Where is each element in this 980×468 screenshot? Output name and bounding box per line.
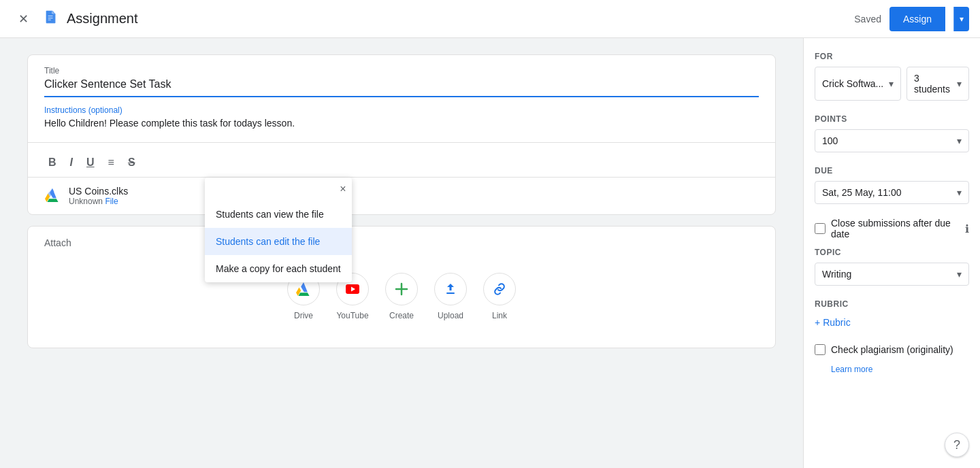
- due-value: Sat, 25 May, 11:00: [822, 187, 901, 198]
- close-icon: ✕: [18, 12, 29, 27]
- points-section: Points 100 ▾: [815, 114, 969, 152]
- create-label: Create: [389, 311, 414, 320]
- dropdown-option-edit[interactable]: Students can edit the file: [205, 228, 352, 255]
- close-submissions-row: Close submissions after due date ℹ: [815, 218, 969, 239]
- help-button[interactable]: ?: [945, 433, 969, 457]
- add-rubric-icon: +: [815, 317, 820, 328]
- close-submissions-checkbox[interactable]: [815, 223, 826, 234]
- due-select[interactable]: Sat, 25 May, 11:00 ▾: [815, 181, 969, 204]
- students-select[interactable]: 3 students ▾: [906, 67, 969, 101]
- for-row: Crick Softwa... ▾ 3 students ▾: [815, 67, 969, 101]
- due-label: Due: [815, 166, 969, 176]
- plagiarism-checkbox[interactable]: [815, 344, 826, 355]
- topic-value: Writing: [822, 269, 851, 280]
- info-icon[interactable]: ℹ: [965, 222, 969, 235]
- saved-status: Saved: [854, 14, 881, 24]
- attach-options: Drive YouTube: [44, 262, 759, 331]
- file-info: US Coins.clks Unknown File: [69, 186, 128, 206]
- underline-button[interactable]: U: [82, 154, 99, 171]
- attach-upload[interactable]: Upload: [434, 273, 467, 320]
- add-rubric-button[interactable]: + Rubric: [815, 314, 969, 331]
- link-label: Link: [492, 311, 507, 320]
- close-button[interactable]: ✕: [11, 7, 35, 31]
- attach-label: Attach: [44, 237, 759, 248]
- dropdown-header: ×: [205, 178, 352, 201]
- svg-rect-3: [48, 20, 51, 20]
- file-item: US Coins.clks Unknown File × Students ca…: [28, 177, 775, 214]
- file-type-link[interactable]: File: [105, 197, 118, 206]
- upload-label: Upload: [438, 311, 463, 320]
- link-icon-circle: [483, 273, 516, 305]
- topic-label: Topic: [815, 248, 969, 257]
- file-name: US Coins.clks: [69, 186, 128, 197]
- page-title: Assignment: [67, 11, 138, 27]
- dropdown-close-icon: ×: [340, 183, 346, 195]
- content-area: Title Instructions (optional) Hello Chil…: [0, 38, 803, 468]
- instructions-content: Hello Children! Please complete this tas…: [44, 118, 295, 129]
- points-dropdown-icon: ▾: [957, 135, 962, 146]
- dropdown-option-copy[interactable]: Make a copy for each student: [205, 255, 352, 282]
- for-section: For Crick Softwa... ▾ 3 students ▾: [815, 52, 969, 101]
- assign-dropdown-button[interactable]: ▾: [953, 7, 969, 31]
- close-submissions-label: Close submissions after due date: [831, 218, 960, 239]
- file-type: Unknown File: [69, 197, 128, 206]
- drive-label: Drive: [294, 311, 313, 320]
- class-value: Crick Softwa...: [822, 78, 883, 89]
- header-right: Saved Assign ▾: [854, 7, 969, 31]
- divider-1: [28, 142, 775, 143]
- file-permission-dropdown: × Students can view the file Students ca…: [205, 178, 352, 282]
- header-left: ✕ Assignment: [11, 7, 854, 31]
- file-type-prefix: Unknown: [69, 197, 105, 206]
- sidebar: For Crick Softwa... ▾ 3 students ▾ Point…: [803, 38, 980, 468]
- bold-button[interactable]: B: [44, 154, 61, 171]
- dropdown-close-button[interactable]: ×: [337, 180, 348, 198]
- help-icon: ?: [953, 438, 960, 452]
- points-value: 100: [822, 135, 838, 146]
- rubric-label: Rubric: [815, 299, 969, 309]
- create-icon-circle: [385, 273, 418, 305]
- title-label: Title: [44, 66, 759, 76]
- topic-dropdown-icon: ▾: [957, 269, 962, 280]
- header: ✕ Assignment Saved Assign ▾: [0, 0, 980, 38]
- svg-rect-2: [48, 18, 52, 18]
- instructions-text[interactable]: Hello Children! Please complete this tas…: [44, 118, 759, 129]
- assign-button[interactable]: Assign: [889, 7, 945, 31]
- learn-more-link[interactable]: Learn more: [831, 365, 872, 374]
- file-drive-icon: [44, 187, 61, 205]
- formatting-toolbar: B I U ≡ S: [28, 148, 775, 177]
- due-section: Due Sat, 25 May, 11:00 ▾: [815, 166, 969, 204]
- students-value: 3 students: [914, 73, 957, 95]
- plagiarism-section: Check plagiarism (originality) Learn mor…: [815, 344, 969, 374]
- strikethrough-button[interactable]: S: [124, 154, 140, 171]
- class-select[interactable]: Crick Softwa... ▾: [815, 67, 901, 101]
- due-dropdown-icon: ▾: [957, 187, 962, 198]
- doc-icon: [44, 10, 59, 28]
- youtube-label: YouTube: [336, 311, 368, 320]
- attach-card: Attach Drive: [27, 226, 776, 348]
- italic-button[interactable]: I: [66, 154, 77, 171]
- dropdown-option-view[interactable]: Students can view the file: [205, 201, 352, 228]
- plagiarism-label: Check plagiarism (originality): [831, 344, 953, 355]
- instructions-label: Instructions (optional): [44, 105, 759, 115]
- points-select[interactable]: 100 ▾: [815, 129, 969, 152]
- attach-create[interactable]: Create: [385, 273, 418, 320]
- title-input[interactable]: [44, 78, 759, 90]
- list-button[interactable]: ≡: [104, 154, 118, 171]
- students-dropdown-icon: ▾: [957, 78, 962, 89]
- for-label: For: [815, 52, 969, 61]
- instructions-section: Instructions (optional) Hello Children! …: [28, 97, 775, 137]
- upload-icon-circle: [434, 273, 467, 305]
- attach-link[interactable]: Link: [483, 273, 516, 320]
- assignment-card: Title Instructions (optional) Hello Chil…: [27, 54, 776, 215]
- topic-select[interactable]: Writing ▾: [815, 263, 969, 286]
- rubric-section: Rubric + Rubric: [815, 299, 969, 331]
- svg-rect-8: [446, 292, 455, 294]
- title-section: Title: [28, 55, 775, 96]
- main-layout: Title Instructions (optional) Hello Chil…: [0, 38, 980, 468]
- assign-dropdown-icon: ▾: [960, 14, 964, 24]
- class-dropdown-icon: ▾: [889, 78, 894, 89]
- add-rubric-label: Rubric: [823, 317, 850, 328]
- svg-rect-1: [48, 16, 52, 16]
- topic-section: Topic Writing ▾: [815, 248, 969, 286]
- plagiarism-row: Check plagiarism (originality): [815, 344, 969, 355]
